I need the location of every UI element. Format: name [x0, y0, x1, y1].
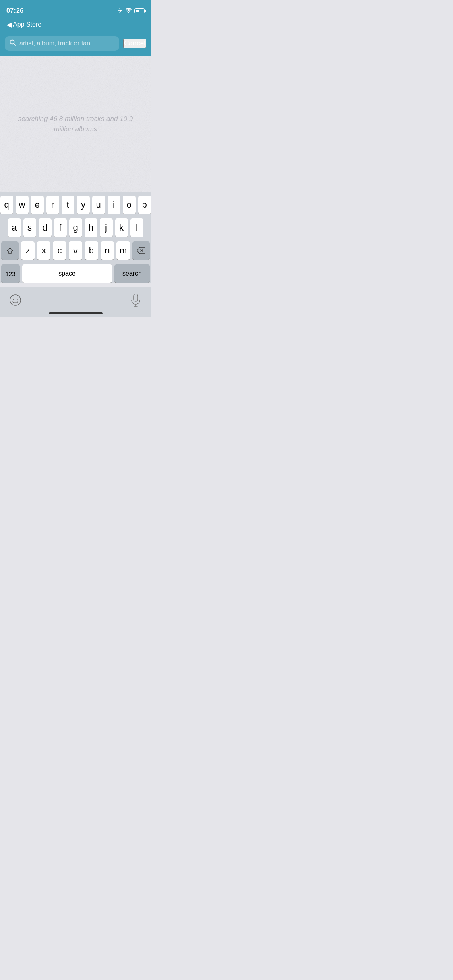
key-u[interactable]: u — [92, 196, 105, 214]
key-w[interactable]: w — [16, 196, 29, 214]
back-button[interactable]: ◀ App Store — [6, 20, 41, 29]
key-h[interactable]: h — [85, 218, 97, 237]
main-content: searching 46.8 million tracks and 10.9 m… — [0, 56, 151, 192]
backspace-key[interactable] — [132, 241, 150, 260]
key-b[interactable]: b — [85, 241, 98, 260]
keyboard-row-4: 123 space search — [1, 264, 150, 283]
microphone-button[interactable] — [127, 291, 145, 309]
home-bar — [49, 312, 103, 314]
key-j[interactable]: j — [100, 218, 113, 237]
key-d[interactable]: d — [39, 218, 52, 237]
key-m[interactable]: m — [116, 241, 130, 260]
status-bar: 07:26 ✈ — [0, 0, 151, 18]
key-p[interactable]: p — [138, 196, 151, 214]
svg-rect-8 — [134, 294, 138, 301]
key-c[interactable]: c — [53, 241, 66, 260]
space-key[interactable]: space — [22, 264, 112, 283]
airplane-icon: ✈ — [118, 7, 123, 14]
search-icon — [10, 39, 16, 47]
cancel-button[interactable]: Cancel — [123, 39, 146, 48]
emoji-button[interactable] — [6, 291, 24, 309]
back-label: App Store — [13, 21, 41, 28]
text-cursor — [114, 40, 114, 47]
key-f[interactable]: f — [54, 218, 67, 237]
shift-key[interactable] — [1, 241, 19, 260]
keyboard-row-1: q w e r t y u i o p — [1, 196, 150, 214]
home-indicator — [0, 310, 151, 317]
search-hint-text: searching 46.8 million tracks and 10.9 m… — [0, 114, 151, 134]
search-input[interactable] — [19, 40, 110, 47]
status-time: 07:26 — [6, 7, 23, 14]
svg-point-7 — [17, 299, 18, 300]
key-t[interactable]: t — [62, 196, 74, 214]
search-key[interactable]: search — [114, 264, 150, 283]
key-i[interactable]: i — [108, 196, 120, 214]
key-z[interactable]: z — [21, 241, 34, 260]
keyboard-row-3: z x c v b n m — [1, 241, 150, 260]
key-n[interactable]: n — [101, 241, 114, 260]
key-o[interactable]: o — [123, 196, 136, 214]
nav-bar: ◀ App Store — [0, 18, 151, 33]
search-input-wrapper[interactable] — [5, 36, 119, 51]
back-arrow-icon: ◀ — [6, 20, 12, 29]
wifi-icon — [125, 8, 132, 14]
key-g[interactable]: g — [69, 218, 82, 237]
key-v[interactable]: v — [69, 241, 82, 260]
key-s[interactable]: s — [23, 218, 36, 237]
keyboard-row-2: a s d f g h j k l — [1, 218, 150, 237]
svg-point-0 — [128, 12, 129, 13]
key-e[interactable]: e — [31, 196, 44, 214]
key-x[interactable]: x — [37, 241, 50, 260]
numbers-key[interactable]: 123 — [1, 264, 20, 283]
key-k[interactable]: k — [115, 218, 128, 237]
battery-icon — [134, 8, 145, 13]
key-a[interactable]: a — [8, 218, 21, 237]
keyboard: q w e r t y u i o p a s d f g h j k l z … — [0, 192, 151, 283]
key-q[interactable]: q — [0, 196, 13, 214]
key-r[interactable]: r — [46, 196, 59, 214]
keyboard-bottom-row — [0, 287, 151, 310]
svg-point-5 — [10, 295, 21, 305]
search-bar-container: Cancel — [0, 33, 151, 56]
svg-line-2 — [14, 44, 16, 46]
status-icons: ✈ — [118, 7, 145, 14]
svg-point-6 — [13, 299, 14, 300]
key-y[interactable]: y — [77, 196, 90, 214]
key-l[interactable]: l — [130, 218, 143, 237]
